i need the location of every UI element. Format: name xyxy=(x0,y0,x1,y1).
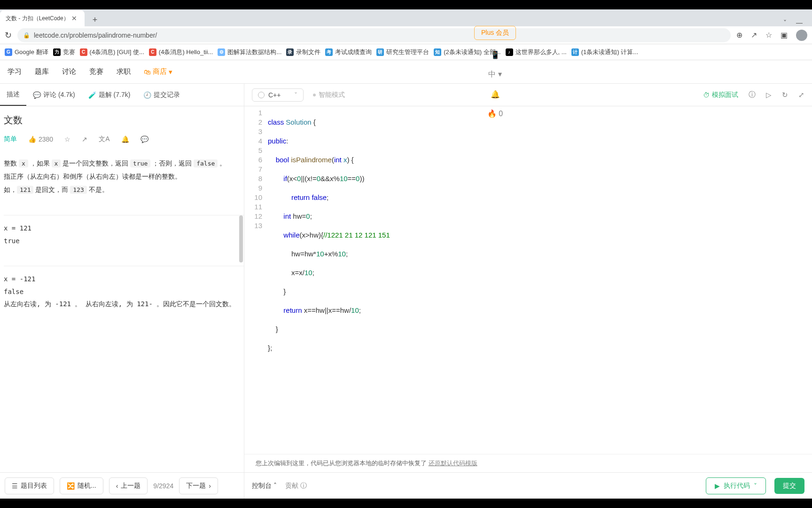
progress-text: 9/2924 xyxy=(153,482,173,490)
code-content[interactable]: class Solution { public: bool isPalindro… xyxy=(268,108,812,454)
bottom-nav-left: ☰ 题目列表 🔀 随机... ‹ 上一题 9/2924 下一题 › xyxy=(0,472,244,499)
language-switch[interactable]: 中 ▾ xyxy=(488,70,501,79)
reload-icon[interactable]: ↻ xyxy=(5,30,12,40)
like-button[interactable]: 👍 2380 xyxy=(28,135,53,143)
restore-bar: 您上次编辑到这里，代码已从您浏览器本地的临时存储中恢复了 还原默认代码模版 xyxy=(244,454,812,472)
bookmark-item[interactable]: 力竞赛 xyxy=(53,48,75,56)
problem-tabs: 描述 💬 评论 (4.7k) 🧪 题解 (7.7k) 🕘 提交记录 xyxy=(0,84,244,106)
console-toggle[interactable]: 控制台 ˄ xyxy=(252,482,277,490)
scrollbar-thumb[interactable] xyxy=(239,215,243,262)
chevron-down-icon: ˅ xyxy=(294,91,297,99)
tab-description[interactable]: 描述 xyxy=(0,84,26,106)
example-1: x = 121 true xyxy=(4,215,244,247)
translate-button[interactable]: 文A xyxy=(99,135,109,143)
nav-learn[interactable]: 学习 xyxy=(8,67,22,76)
new-tab-button[interactable]: + xyxy=(88,13,102,26)
editor-toolbar: C++ ˅ 智能模式 ⏱ 模拟面试 ⓘ ▷ ↻ ⤢ xyxy=(244,84,812,106)
bottom-nav-right: 控制台 ˄ 贡献 ⓘ ▶ 执行代码 ˅ 提交 xyxy=(244,472,812,499)
tab-title: 文数 - 力扣（LeetCode） xyxy=(6,15,69,23)
star-button[interactable]: ☆ xyxy=(64,135,70,143)
mock-interview-button[interactable]: ⏱ 模拟面试 xyxy=(703,91,738,99)
nav-problems[interactable]: 题库 xyxy=(35,67,49,76)
submit-button[interactable]: 提交 xyxy=(774,478,804,494)
info-icon[interactable]: ⓘ xyxy=(749,90,756,99)
tab-solutions[interactable]: 🧪 题解 (7.7k) xyxy=(82,84,137,106)
nav-contest[interactable]: 竞赛 xyxy=(89,67,103,76)
browser-tab[interactable]: 文数 - 力扣（LeetCode） ✕ xyxy=(0,10,85,26)
bookmark-item[interactable]: C(4条消息) [GUI] 使... xyxy=(80,48,144,56)
feedback-button[interactable]: 💬 xyxy=(141,135,148,143)
notify-button[interactable]: 🔔 xyxy=(121,135,129,143)
run-code-button[interactable]: ▶ 执行代码 ˅ xyxy=(706,477,766,494)
random-button[interactable]: 🔀 随机... xyxy=(60,477,103,494)
language-select[interactable]: C++ ˅ xyxy=(252,88,304,102)
phone-icon[interactable]: 📱 xyxy=(491,50,500,59)
restore-default-link[interactable]: 还原默认代码模版 xyxy=(429,460,477,467)
url-text: leetcode.cn/problems/palindrome-number/ xyxy=(34,32,157,39)
run-icon[interactable]: ▷ xyxy=(766,91,772,99)
prev-button[interactable]: ‹ 上一题 xyxy=(109,477,148,494)
favicon-icon: C xyxy=(80,48,87,56)
nav-discuss[interactable]: 讨论 xyxy=(62,67,76,76)
fullscreen-icon[interactable]: ⤢ xyxy=(798,91,804,99)
code-editor[interactable]: 12345678910111213 class Solution { publi… xyxy=(244,106,812,454)
nav-store[interactable]: 🛍 商店 ▾ xyxy=(144,67,172,76)
problem-title: 文数 xyxy=(4,114,23,127)
tab-close-icon[interactable]: ✕ xyxy=(70,15,79,22)
plus-member-button[interactable]: Plus 会员 xyxy=(474,26,516,40)
example-2: x = -121 false 从左向右读, 为 -121 。 从右向左读, 为 … xyxy=(4,266,244,310)
browser-tabbar: 文数 - 力扣（LeetCode） ✕ + ˅ — xyxy=(0,9,812,26)
smart-mode-toggle[interactable]: 智能模式 xyxy=(313,91,345,99)
line-gutter: 12345678910111213 xyxy=(244,108,268,454)
difficulty-badge: 简单 xyxy=(4,135,17,143)
problem-list-button[interactable]: ☰ 题目列表 xyxy=(5,477,54,494)
favicon-icon: 力 xyxy=(53,48,61,56)
next-button[interactable]: 下一题 › xyxy=(179,477,218,494)
contribute-link[interactable]: 贡献 ⓘ xyxy=(285,482,307,490)
reset-icon[interactable]: ↻ xyxy=(782,91,788,99)
share-button[interactable]: ↗ xyxy=(82,135,87,143)
problem-description: 整数 x ，如果 x 是一个回文整数，返回 true ；否则，返回 false … xyxy=(4,157,244,196)
favicon-icon: G xyxy=(5,48,12,56)
tab-submissions[interactable]: 🕘 提交记录 xyxy=(137,84,187,106)
info-icon xyxy=(258,92,265,98)
tab-comments[interactable]: 💬 评论 (4.7k) xyxy=(26,84,82,106)
nav-jobs[interactable]: 求职 xyxy=(117,67,131,76)
bookmark-item[interactable]: GGoogle 翻译 xyxy=(5,48,48,56)
favicon-icon: C xyxy=(149,48,156,56)
lock-icon: 🔒 xyxy=(23,32,30,39)
site-nav: 学习 题库 讨论 竞赛 求职 🛍 商店 ▾ Plus 会员 📱 中 ▾ 🔔 🔥 … xyxy=(0,60,812,84)
